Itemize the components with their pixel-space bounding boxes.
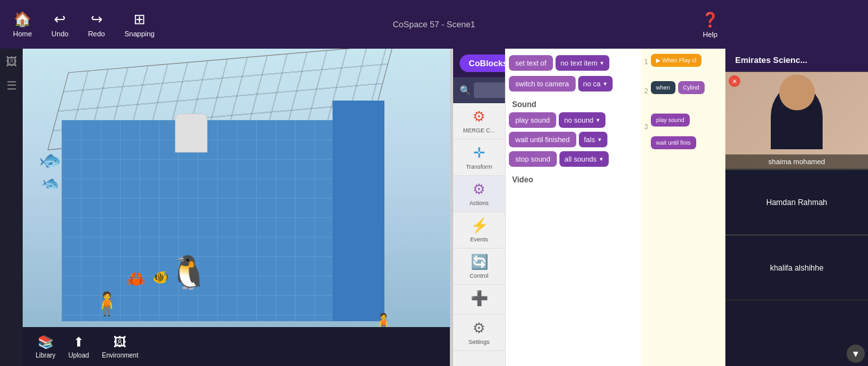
play-sound-label: play sound [515, 116, 550, 124]
undo-label: Undo [51, 30, 68, 38]
blocks-content: set text of no text item switch to camer… [505, 49, 641, 366]
wait-finished-block-row: wait until finished fals [509, 132, 638, 147]
false-dropdown[interactable]: fals [579, 132, 607, 147]
when-play-label: ▶ When Play cl [656, 57, 696, 64]
play-sound-block[interactable]: play sound [509, 112, 556, 128]
category-control[interactable]: 🔄 Control [453, 249, 505, 285]
switch-camera-label: switch to camera [515, 80, 569, 88]
cylinder-object [175, 114, 207, 152]
actions-label: Actions [469, 200, 489, 206]
coblocks-label: CoBlocks [469, 58, 505, 68]
line-1-number: 1 [644, 58, 648, 66]
sound-section-header: Sound [509, 97, 638, 112]
video-section-header: Video [509, 172, 638, 188]
help-button[interactable]: ❓ Help [701, 11, 719, 38]
wait-finish-code-label: wait until finis [656, 140, 691, 146]
upload-icon: ⬆ [73, 334, 84, 350]
record-indicator-shaima: ✕ [729, 75, 740, 87]
category-add[interactable]: ➕ [453, 285, 505, 315]
category-merge[interactable]: ⚙ MERGE C... [453, 103, 505, 140]
topbar-title: CoSpace 57 - Scene1 [393, 19, 475, 29]
record-icon-shaima: ✕ [732, 78, 737, 85]
line-2-number: 2 [644, 88, 648, 95]
environment-button[interactable]: 🖼 Environment [102, 335, 138, 359]
home-icon: 🏠 [14, 11, 31, 28]
shaima-name: shaima mohamed [768, 158, 825, 165]
wait-finish-code-block[interactable]: wait until finis [651, 136, 696, 149]
all-sounds-label: all sounds [565, 155, 597, 163]
participant-hamdan: Hamdan Rahmah [725, 170, 868, 235]
when-cylinder-block-row: when Cylind [651, 81, 705, 94]
camera-dropdown[interactable]: no ca [578, 76, 613, 92]
transform-icon: ✛ [473, 145, 485, 162]
snapping-label: Snapping [124, 30, 155, 38]
home-button[interactable]: 🏠 Home [13, 11, 32, 38]
topbar: 🏠 Home ↩ Undo ↪ Redo ⊞ Snapping CoSpace … [0, 0, 868, 49]
control-icon: 🔄 [471, 254, 488, 271]
line-3-number: 3 [644, 123, 648, 130]
category-actions[interactable]: ⚙ Actions [453, 176, 505, 212]
undo-icon: ↩ [54, 11, 65, 28]
coblocks-button[interactable]: CoBlocks ▼ [460, 55, 505, 72]
participant-shaima: shaima mohamed ✕ [725, 72, 868, 169]
category-settings[interactable]: ⚙ Settings [453, 315, 505, 351]
when-play-block[interactable]: ▶ When Play cl [651, 54, 701, 67]
stop-sound-block[interactable]: stop sound [509, 151, 557, 167]
library-icon: 📚 [38, 334, 54, 350]
no-text-item-label: no text item [561, 59, 598, 67]
viewport[interactable]: 🐟 🐟 🦀 🐠 🐧 🧍 🧍 📚 Library ⬆ Upload [23, 49, 450, 366]
cylinder-block[interactable]: Cylind [678, 81, 705, 94]
library-button[interactable]: 📚 Library [36, 334, 56, 359]
wait-finished-block[interactable]: wait until finished [509, 132, 576, 147]
hamdan-name: Hamdan Rahmah [766, 198, 827, 207]
environment-icon: 🖼 [113, 335, 126, 350]
merge-icon: ⚙ [473, 108, 486, 125]
viewport-background: 🐟 🐟 🦀 🐠 🐧 🧍 🧍 [23, 49, 450, 366]
code-panel: 1 2 3 ▶ When Play cl when Cylind play so… [641, 49, 725, 366]
search-icon: 🔍 [460, 85, 471, 95]
home-label: Home [13, 30, 32, 38]
fish-2: 🐟 [40, 173, 62, 194]
no-text-item-dropdown[interactable]: no text item [556, 55, 610, 71]
play-sound-block-row: play sound no sound [509, 112, 638, 128]
transform-label: Transform [466, 164, 493, 170]
stop-sound-block-row: stop sound all sounds [509, 151, 638, 167]
no-sound-dropdown[interactable]: no sound [559, 112, 605, 128]
control-label: Control [469, 273, 488, 279]
image-tool-button[interactable]: 🖼 [6, 55, 18, 69]
cylinder-label: Cylind [683, 84, 699, 91]
list-tool-button[interactable]: ☰ [6, 79, 17, 93]
when-block[interactable]: when [651, 81, 675, 94]
fish-1: 🐟 [39, 149, 62, 171]
scroll-down-button[interactable]: ▼ [847, 345, 865, 363]
bottom-toolbar: 📚 Library ⬆ Upload 🖼 Environment [23, 327, 450, 366]
undo-button[interactable]: ↩ Undo [51, 11, 68, 38]
category-events[interactable]: ⚡ Events [453, 212, 505, 249]
all-sounds-dropdown[interactable]: all sounds [559, 151, 609, 167]
events-icon: ⚡ [471, 217, 488, 234]
cube-right [333, 101, 384, 321]
blocks-panel: CoBlocks ▼ + 🔍 « ⚙ MERGE C... ✛ Transfor… [453, 49, 505, 366]
settings-icon: ⚙ [473, 320, 486, 337]
switch-camera-block-row: switch to camera no ca [509, 76, 638, 92]
redo-icon: ↪ [91, 11, 102, 28]
snapping-button[interactable]: ⊞ Snapping [124, 11, 155, 38]
right-panel: Emirates Scienc... shaima mohamed ✕ Hamd… [725, 49, 868, 366]
snapping-icon: ⊞ [134, 11, 145, 28]
camera-label: no ca [583, 80, 601, 88]
library-label: Library [36, 352, 56, 359]
add-cat-icon: ➕ [471, 290, 488, 307]
category-transform[interactable]: ✛ Transform [453, 140, 505, 176]
goldfish: 🐠 [152, 269, 169, 285]
help-icon: ❓ [701, 11, 719, 28]
upload-button[interactable]: ⬆ Upload [69, 334, 89, 359]
redo-button[interactable]: ↪ Redo [88, 11, 105, 38]
search-input[interactable] [474, 82, 505, 98]
set-text-block[interactable]: set text of [509, 55, 553, 71]
upload-label: Upload [69, 352, 89, 359]
play-sound-code-block[interactable]: play sound [651, 114, 690, 127]
person-head-shaima [779, 75, 815, 110]
blocks-header: CoBlocks ▼ + [453, 49, 505, 77]
wait-finished-label: wait until finished [515, 136, 570, 143]
switch-camera-block[interactable]: switch to camera [509, 76, 576, 92]
